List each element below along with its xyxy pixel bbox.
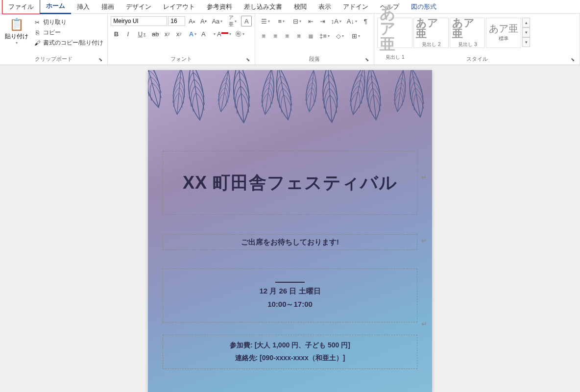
style-preview: あア亜: [452, 18, 483, 39]
paste-label: 貼り付け: [5, 32, 28, 41]
multilevel-list-button[interactable]: ⊟: [290, 16, 304, 26]
document-subtitle: ご出席をお待ちしております!: [241, 238, 339, 247]
styles-dialog-launcher[interactable]: ⬊: [570, 57, 576, 63]
style-preview: あア亜: [380, 5, 410, 52]
references-tab[interactable]: 参考資料: [201, 0, 238, 14]
ribbon: 📋 貼り付け ▾ ✂ 切り取り ⎘ コピー 🖌 書式のコピー/貼り付け: [0, 14, 580, 65]
document-area[interactable]: XX 町田舎フェスティバル ↵ ご出席をお待ちしております! ↵ 12 月 26…: [0, 65, 580, 392]
font-color-button[interactable]: A: [217, 28, 231, 39]
style-heading3[interactable]: あア亜 見出し 3: [450, 18, 485, 48]
style-preview: あア亜: [489, 24, 518, 33]
font-group: A▴ A▾ Aa ア亜 A B I U ab x2 x2 A A A ㊑: [108, 14, 255, 65]
styles-group: あア亜 見出し 1 あア亜 見出し 2 あア亜 見出し 3 あア亜 標準 ▴: [374, 14, 580, 65]
text-direction-button[interactable]: ↕A: [329, 16, 343, 26]
leaf-decoration: [148, 70, 432, 158]
style-preview: あア亜: [416, 18, 446, 39]
copy-label: コピー: [43, 28, 61, 37]
enclose-characters-button[interactable]: ㊑: [232, 28, 247, 39]
clear-formatting-button[interactable]: A: [241, 16, 252, 26]
design-tab[interactable]: デザイン: [120, 0, 157, 14]
file-tab[interactable]: ファイル: [2, 0, 40, 14]
divider: [275, 282, 305, 283]
distributed-button[interactable]: ≣: [305, 30, 316, 41]
decrease-indent-button[interactable]: ⇤: [305, 16, 316, 26]
paragraph-mark: ↵: [421, 173, 427, 181]
bold-button[interactable]: B: [111, 28, 121, 39]
copy-icon: ⎘: [33, 29, 41, 37]
show-marks-button[interactable]: ¶: [360, 16, 371, 26]
style-normal[interactable]: あア亜 標準: [486, 18, 521, 48]
decrease-font-button[interactable]: A▾: [198, 16, 209, 26]
strikethrough-button[interactable]: ab: [150, 28, 161, 39]
italic-button[interactable]: I: [122, 28, 133, 39]
highlight-button[interactable]: A: [201, 28, 216, 39]
review-tab[interactable]: 校閲: [288, 0, 313, 14]
style-expand[interactable]: ▾: [522, 37, 530, 47]
date-textbox[interactable]: 12 月 26 日 土曜日 10:00～17:00: [163, 269, 417, 322]
subtitle-textbox[interactable]: ご出席をお待ちしております!: [163, 234, 417, 250]
cut-button[interactable]: ✂ 切り取り: [32, 18, 104, 27]
clipboard-dialog-launcher[interactable]: ⬊: [97, 57, 103, 63]
numbering-button[interactable]: ≡: [274, 16, 289, 26]
style-name-label: 見出し 3: [458, 41, 477, 48]
paste-button[interactable]: 📋 貼り付け ▾: [3, 16, 30, 54]
document-title: XX 町田舎フェスティバル: [183, 171, 397, 195]
info-textbox[interactable]: 参加費: [大人 1,000 円、子ども 500 円] 連絡先: [090-xx…: [163, 335, 417, 369]
format-painter-button[interactable]: 🖌 書式のコピー/貼り付け: [32, 38, 104, 48]
picture-format-tab[interactable]: 図の形式: [405, 0, 442, 14]
date-text: 12 月 26 日 土曜日: [259, 287, 320, 296]
justify-button[interactable]: ≡: [293, 30, 304, 41]
fee-text: 参加費: [大人 1,000 円、子ども 500 円]: [230, 341, 350, 350]
style-name-label: 標準: [499, 35, 508, 42]
time-text: 10:00～17:00: [267, 300, 313, 309]
paragraph-group: ☰ ≡ ⊟ ⇤ ⇥ ↕A A↓ ¶ ≡ ≡ ≡ ≡ ≣ ‡≡ ◇: [255, 14, 374, 65]
style-name-label: 見出し 2: [422, 41, 440, 48]
align-left-button[interactable]: ≡: [258, 30, 269, 41]
style-heading2[interactable]: あア亜 見出し 2: [413, 18, 449, 48]
align-center-button[interactable]: ≡: [270, 30, 281, 41]
superscript-button[interactable]: x2: [173, 28, 184, 39]
home-tab[interactable]: ホーム: [40, 0, 71, 14]
increase-font-button[interactable]: A▴: [186, 16, 197, 26]
font-size-select[interactable]: [168, 16, 185, 26]
sort-button[interactable]: A↓: [344, 16, 359, 26]
copy-button[interactable]: ⎘ コピー: [32, 28, 104, 37]
text-effects-button[interactable]: A: [185, 28, 200, 39]
style-heading1[interactable]: あア亜 見出し 1: [377, 18, 412, 48]
view-tab[interactable]: 表示: [313, 0, 337, 14]
insert-tab[interactable]: 挿入: [71, 0, 96, 14]
shading-button[interactable]: ◇: [333, 30, 347, 41]
phonetic-guide-button[interactable]: ア亜: [225, 16, 240, 26]
increase-indent-button[interactable]: ⇥: [317, 16, 328, 26]
draw-tab[interactable]: 描画: [96, 0, 120, 14]
page[interactable]: XX 町田舎フェスティバル ↵ ご出席をお待ちしております! ↵ 12 月 26…: [148, 70, 432, 392]
clipboard-group: 📋 貼り付け ▾ ✂ 切り取り ⎘ コピー 🖌 書式のコピー/貼り付け: [0, 14, 108, 65]
clipboard-group-label: クリップボード ⬊: [3, 54, 104, 63]
addins-tab[interactable]: アドイン: [337, 0, 374, 14]
change-case-button[interactable]: Aa: [210, 16, 224, 26]
line-spacing-button[interactable]: ‡≡: [317, 30, 332, 41]
align-right-button[interactable]: ≡: [282, 30, 292, 41]
style-scroll-up[interactable]: ▴: [522, 18, 530, 27]
cut-label: 切り取り: [43, 18, 67, 26]
paragraph-mark: ↵: [421, 320, 427, 328]
mailings-tab[interactable]: 差し込み文書: [238, 0, 288, 14]
bullets-button[interactable]: ☰: [258, 16, 273, 26]
paragraph-group-label: 段落 ⬊: [258, 54, 371, 63]
font-dialog-launcher[interactable]: ⬊: [245, 57, 251, 63]
title-textbox[interactable]: XX 町田舎フェスティバル: [163, 151, 417, 215]
format-painter-label: 書式のコピー/貼り付け: [43, 39, 103, 47]
tab-bar: ファイル ホーム 挿入 描画 デザイン レイアウト 参考資料 差し込み文書 校閲…: [0, 0, 580, 14]
layout-tab[interactable]: レイアウト: [157, 0, 201, 14]
font-name-select[interactable]: [111, 16, 167, 26]
font-group-label: フォント ⬊: [111, 54, 252, 63]
contact-text: 連絡先: [090-xxxx-xxxx（和亜土）]: [235, 354, 345, 363]
subscript-button[interactable]: x2: [162, 28, 172, 39]
underline-button[interactable]: U: [134, 28, 149, 39]
style-scroll-down[interactable]: ▾: [522, 27, 530, 37]
paragraph-dialog-launcher[interactable]: ⬊: [364, 57, 370, 63]
borders-button[interactable]: ⊞: [348, 30, 363, 41]
clipboard-icon: 📋: [10, 17, 24, 32]
styles-group-label: スタイル ⬊: [377, 54, 577, 63]
brush-icon: 🖌: [33, 39, 41, 47]
